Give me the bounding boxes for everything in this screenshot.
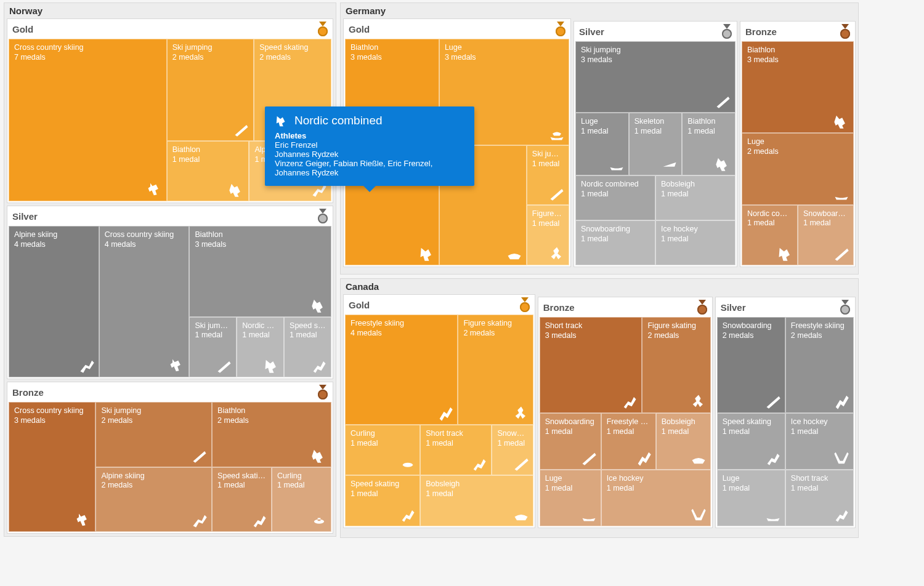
cross-country-skiing-icon: [144, 179, 165, 200]
tile-ice-hockey[interactable]: Ice hockey 1 medal: [655, 220, 736, 265]
tile-skeleton[interactable]: Skeleton 1 medal: [629, 113, 683, 175]
tile-ski-jumping[interactable]: Ski jumping 3 medals: [575, 41, 736, 113]
speed-skating-icon: [763, 448, 784, 468]
category-silver: Silver Snowboarding 2 medals Freestyle s…: [715, 297, 856, 528]
category-gold: Gold Freestyle skiing 4 medals Figure sk…: [343, 294, 535, 528]
silver-medal-icon: [317, 209, 329, 223]
luge-icon: [831, 183, 852, 204]
snowboarding-icon: [831, 243, 852, 264]
tile-freestyle-skiing[interactable]: Freestyle skiing 2 medals: [785, 317, 854, 413]
tile-snowboarding[interactable]: Snowboarding 1 medal: [798, 205, 854, 265]
biathlon-icon: [309, 295, 330, 316]
tile-figure-skating[interactable]: Figure skating 1 medal: [527, 205, 569, 265]
tile-figure-skating[interactable]: Figure skating 2 medals: [458, 315, 533, 425]
ski-jumping-icon: [546, 183, 567, 204]
tile-curling[interactable]: Curling 1 medal: [345, 425, 420, 476]
tile-ice-hockey[interactable]: Ice hockey 1 medal: [601, 470, 711, 526]
category-label: Bronze: [12, 387, 44, 398]
tile-nordic-combined[interactable]: Nordic Combined 1 medal: [237, 317, 284, 377]
tile-short-track[interactable]: Short track 1 medal: [420, 425, 492, 476]
tile-cross-country-skiing[interactable]: Cross country skiing 4 medals: [99, 226, 190, 377]
category-label: Silver: [579, 26, 604, 37]
country-title: Norway: [7, 4, 333, 18]
category-label: Bronze: [543, 302, 575, 313]
biathlon-icon: [309, 445, 330, 466]
ski-jumping-icon: [214, 355, 235, 376]
tile-alpine-skiing[interactable]: Alpine skiing 2 medals: [95, 467, 212, 532]
tooltip: Nordic combined Athletes Eric Frenzel Jo…: [265, 106, 474, 186]
tile-speed-skating[interactable]: Speed skating 1 medal: [284, 317, 331, 377]
category-bronze: Bronze Short track 3 medals Figure skati…: [538, 297, 713, 528]
tile-speed-skating[interactable]: Speed skating 1 medal: [717, 413, 785, 470]
tile-snowboarding[interactable]: Snowboarding 1 medal: [575, 220, 655, 265]
tile-biathlon[interactable]: Biathlon 3 medals: [189, 226, 331, 317]
tile-luge[interactable]: Luge 1 medal: [540, 470, 601, 526]
category-bronze: Bronze Biathlon 3 medals Luge 2 medals: [740, 21, 856, 267]
short-track-icon: [469, 453, 490, 474]
biathlon-icon: [713, 153, 734, 174]
tile-snowboarding[interactable]: Snowboarding 2 medals: [717, 317, 785, 413]
tile-cross-country-skiing[interactable]: Cross country skiing 3 medals: [9, 402, 95, 532]
tile-luge[interactable]: Luge 2 medals: [742, 133, 854, 204]
short-track-icon: [619, 391, 640, 412]
tile-ice-hockey[interactable]: Ice hockey 1 medal: [785, 413, 854, 470]
ski-jumping-icon: [713, 90, 734, 111]
tile-ski-jumping[interactable]: Ski jumping 1 medal: [527, 145, 569, 206]
country-canada: Canada Gold Freestyle skiing 4 medals: [340, 278, 859, 538]
snowboarding-icon: [578, 448, 599, 468]
bobsleigh-icon: [504, 243, 525, 264]
tile-ski-jumping[interactable]: Ski jumping 1 medal: [189, 317, 237, 377]
luge-icon: [546, 123, 567, 144]
tile-snowboarding[interactable]: Snowboarding 1 medal: [540, 413, 601, 470]
category-silver: Silver Alpine skiing 4 medals Cross coun…: [7, 206, 333, 379]
speed-skating-icon: [397, 504, 418, 525]
ice-hockey-icon: [831, 448, 852, 468]
gold-medal-icon: [317, 22, 329, 36]
bobsleigh-icon: [511, 504, 532, 525]
tile-luge[interactable]: Luge 1 medal: [717, 470, 785, 526]
alpine-skiing-icon: [189, 510, 210, 531]
nordic-combined-icon: [275, 114, 288, 127]
cross-country-skiing-icon: [166, 355, 187, 376]
tile-biathlon[interactable]: Biathlon 2 medals: [212, 402, 331, 467]
snowboarding-icon: [511, 453, 532, 474]
tile-curling[interactable]: Curling 1 medal: [272, 467, 331, 532]
tile-luge[interactable]: Luge 1 medal: [575, 113, 629, 175]
tile-nordic-combined[interactable]: Nordic combined 1 medal: [575, 175, 655, 220]
bobsleigh-icon: [688, 448, 709, 468]
tile-short-track[interactable]: Short track 1 medal: [785, 470, 854, 526]
country-germany: Germany Gold Biathlon 3 medals: [340, 2, 859, 275]
biathlon-icon: [831, 111, 852, 132]
figure-skating-icon: [546, 243, 567, 264]
category-label: Bronze: [745, 26, 777, 37]
tile-short-track[interactable]: Short track 3 medals: [540, 317, 642, 413]
tile-speed-skating[interactable]: Speed skating 1 medal: [212, 467, 272, 532]
tile-bobsleigh[interactable]: Bobsleigh 1 medal: [656, 413, 711, 470]
tile-biathlon[interactable]: Biathlon 1 medal: [167, 141, 249, 201]
ski-jumping-icon: [189, 445, 210, 466]
tile-ski-jumping[interactable]: Ski jumping 2 medals: [167, 39, 254, 141]
tile-snowboarding[interactable]: Snowboarding 1 medal: [492, 425, 533, 476]
tile-cross-country-skiing[interactable]: Cross country skiing 7 medals: [9, 39, 167, 201]
ice-hockey-icon: [688, 504, 709, 525]
alpine-skiing-icon: [76, 355, 97, 376]
tile-figure-skating[interactable]: Figure skating 2 medals: [642, 317, 710, 413]
silver-medal-icon: [839, 300, 851, 315]
tile-bobsleigh[interactable]: Bobsleigh 1 medal: [655, 175, 736, 220]
tile-nordic-combined[interactable]: Nordic combined 1 medal: [742, 205, 798, 265]
tile-speed-skating[interactable]: Speed skating 1 medal: [345, 475, 420, 526]
tile-ski-jumping[interactable]: Ski jumping 2 medals: [95, 402, 212, 467]
tile-biathlon[interactable]: Biathlon 1 medal: [682, 113, 736, 175]
country-title: Germany: [343, 4, 856, 18]
tile-freestyle-skiing[interactable]: Freestyle skiing 1 medal: [601, 413, 656, 470]
luge-icon: [578, 504, 599, 525]
short-track-icon: [831, 504, 852, 525]
tile-bobsleigh[interactable]: Bobsleigh 1 medal: [420, 475, 533, 526]
gold-medal-icon: [519, 297, 531, 312]
biathlon-icon: [226, 179, 247, 200]
tile-alpine-skiing[interactable]: Alpine skiing 4 medals: [9, 226, 99, 377]
skeleton-icon: [659, 153, 680, 174]
tile-freestyle-skiing[interactable]: Freestyle skiing 4 medals: [345, 315, 458, 425]
tile-biathlon[interactable]: Biathlon 3 medals: [742, 41, 854, 133]
category-label: Silver: [12, 211, 38, 222]
